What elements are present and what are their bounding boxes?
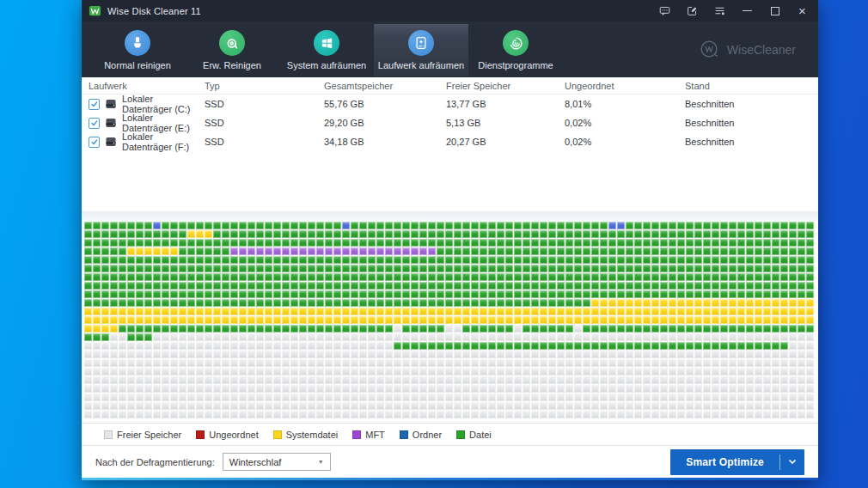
window-accent-border bbox=[82, 478, 818, 480]
fragmented-swatch bbox=[196, 430, 205, 439]
chevron-down-icon bbox=[788, 459, 797, 465]
col-stand[interactable]: Stand bbox=[685, 81, 818, 91]
menu-icon[interactable] bbox=[714, 5, 725, 16]
tab-dienstprogramme[interactable]: AI Dienstprogramme bbox=[468, 24, 563, 76]
drive-stand: Beschnitten bbox=[685, 99, 818, 109]
drive-gesamt: 55,76 GB bbox=[324, 99, 446, 109]
drive-stand: Beschnitten bbox=[685, 137, 818, 147]
system-file-swatch bbox=[273, 430, 282, 439]
drive-icon bbox=[105, 136, 117, 148]
legend-label: MFT bbox=[365, 430, 385, 440]
mft-swatch bbox=[352, 430, 361, 439]
edit-icon[interactable] bbox=[687, 5, 698, 16]
windows-icon bbox=[314, 30, 339, 56]
legend-item: MFT bbox=[352, 430, 385, 440]
legend-item: Datei bbox=[456, 430, 492, 440]
col-laufwerk[interactable]: Laufwerk bbox=[82, 81, 205, 91]
select-arrow-icon: ▼ bbox=[318, 459, 324, 465]
legend-label: Ungeordnet bbox=[209, 430, 259, 440]
table-row[interactable]: Lokaler Datenträger (C:) SSD 55,76 GB 13… bbox=[82, 95, 818, 113]
legend-item: Freier Speicher bbox=[104, 430, 181, 440]
app-window: Wise Disk Cleaner 11 bbox=[82, 0, 818, 480]
map-top-strip bbox=[82, 211, 818, 222]
svg-text:AI: AI bbox=[513, 41, 518, 46]
defrag-map-panel bbox=[82, 211, 818, 419]
drive-icon bbox=[105, 98, 117, 110]
feedback-icon[interactable] bbox=[659, 5, 670, 16]
drive-name: Lokaler Datenträger (E:) bbox=[122, 113, 205, 133]
app-icon bbox=[89, 4, 101, 17]
legend-label: Ordner bbox=[413, 430, 442, 440]
legend-label: Datei bbox=[469, 430, 492, 440]
tab-label: Erw. Reinigen bbox=[203, 60, 261, 70]
tab-label: System aufräumen bbox=[287, 60, 366, 70]
col-gesamtspeicher[interactable]: Gesamtspeicher bbox=[324, 81, 446, 91]
drive-name: Lokaler Datenträger (C:) bbox=[122, 94, 205, 114]
utilities-icon: AI bbox=[503, 30, 529, 56]
drive-typ: SSD bbox=[205, 99, 324, 109]
window-title: Wise Disk Cleaner 11 bbox=[107, 6, 201, 16]
drive-frei: 13,77 GB bbox=[446, 99, 565, 109]
maximize-button[interactable] bbox=[769, 5, 780, 16]
tab-normal-reinigen[interactable]: Normal reinigen bbox=[90, 24, 185, 76]
legend-item: Systemdatei bbox=[273, 430, 339, 440]
folder-swatch bbox=[400, 430, 408, 439]
titlebar: Wise Disk Cleaner 11 bbox=[82, 0, 818, 21]
tab-label: Dienstprogramme bbox=[478, 60, 553, 70]
minimize-button[interactable] bbox=[742, 5, 753, 16]
col-freier-speicher[interactable]: Freier Speicher bbox=[446, 81, 565, 91]
drive-name: Lokaler Datenträger (F:) bbox=[122, 131, 205, 152]
drive-ungeordnet: 0,02% bbox=[565, 137, 685, 147]
after-defrag-select[interactable]: Winterschlaf ▼ bbox=[223, 453, 331, 471]
nav-bar: Normal reinigen Erw. Reinigen bbox=[82, 21, 818, 77]
drive-gesamt: 29,20 GB bbox=[324, 118, 446, 128]
footer-bar: Nach der Defragmentierung: Winterschlaf … bbox=[82, 445, 818, 478]
table-row[interactable]: Lokaler Datenträger (F:) SSD 34,18 GB 20… bbox=[82, 132, 818, 151]
drive-typ: SSD bbox=[205, 118, 324, 128]
drive-icon bbox=[105, 117, 117, 129]
wisecleaner-w-icon bbox=[699, 39, 721, 61]
after-defrag-label: Nach der Defragmentierung: bbox=[95, 457, 215, 467]
defrag-block-map bbox=[84, 222, 816, 419]
table-header: Laufwerk Typ Gesamtspeicher Freier Speic… bbox=[82, 77, 818, 95]
drive-frei: 5,13 GB bbox=[446, 118, 565, 128]
drive-typ: SSD bbox=[205, 137, 324, 147]
desktop: { "titlebar": { "title": "Wise Disk Clea… bbox=[0, 0, 868, 488]
disk-icon bbox=[408, 30, 434, 56]
tab-label: Laufwerk aufräumen bbox=[378, 60, 464, 70]
legend-item: Ordner bbox=[400, 430, 442, 440]
wisecleaner-logo: WiseCleaner bbox=[699, 39, 796, 61]
close-button[interactable]: × bbox=[797, 5, 808, 16]
tab-laufwerk-aufraeumen[interactable]: Laufwerk aufräumen bbox=[374, 24, 468, 76]
tab-erw-reinigen[interactable]: Erw. Reinigen bbox=[185, 24, 279, 76]
free-space-swatch bbox=[104, 430, 113, 439]
brand-text: WiseCleaner bbox=[727, 43, 796, 57]
drive-checkbox[interactable] bbox=[89, 137, 100, 148]
legend-item: Ungeordnet bbox=[196, 430, 259, 440]
tab-system-aufraeumen[interactable]: System aufräumen bbox=[279, 24, 374, 76]
drive-ungeordnet: 8,01% bbox=[565, 99, 685, 109]
legend-label: Freier Speicher bbox=[117, 430, 181, 440]
drive-frei: 20,27 GB bbox=[446, 137, 565, 147]
col-ungeordnet[interactable]: Ungeordnet bbox=[565, 81, 685, 91]
file-swatch bbox=[456, 430, 465, 439]
col-typ[interactable]: Typ bbox=[205, 81, 324, 91]
drive-ungeordnet: 0,02% bbox=[565, 118, 685, 128]
smart-optimize-dropdown[interactable] bbox=[780, 449, 804, 475]
map-legend: Freier Speicher Ungeordnet Systemdatei M… bbox=[82, 423, 818, 445]
select-value: Winterschlaf bbox=[229, 457, 282, 467]
main-content: Laufwerk Typ Gesamtspeicher Freier Speic… bbox=[82, 77, 818, 480]
drive-stand: Beschnitten bbox=[685, 118, 818, 128]
tab-label: Normal reinigen bbox=[104, 60, 171, 70]
smart-optimize-button[interactable]: Smart Optimize bbox=[670, 449, 779, 475]
advanced-clean-icon bbox=[219, 30, 245, 56]
drive-checkbox[interactable] bbox=[89, 99, 100, 110]
drive-gesamt: 34,18 GB bbox=[324, 137, 446, 147]
drive-checkbox[interactable] bbox=[89, 118, 100, 129]
brush-icon bbox=[125, 30, 150, 56]
legend-label: Systemdatei bbox=[286, 430, 339, 440]
table-row[interactable]: Lokaler Datenträger (E:) SSD 29,20 GB 5,… bbox=[82, 113, 818, 132]
smart-optimize-split-button: Smart Optimize bbox=[670, 449, 804, 475]
